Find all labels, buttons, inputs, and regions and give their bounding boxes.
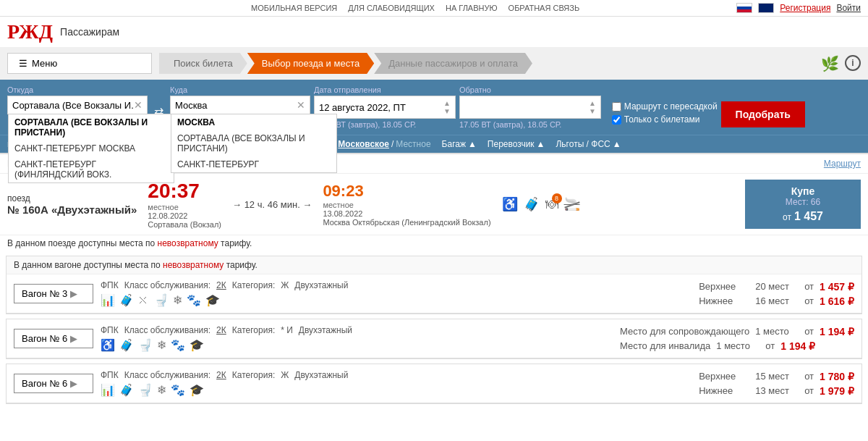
wagon-prices: Место для сопровождающего 1 место от 1 1… bbox=[620, 326, 854, 352]
transfer-checkbox[interactable] bbox=[612, 102, 621, 112]
kupe-box[interactable]: Купе Мест: 66 от 1 457 bbox=[745, 180, 861, 229]
date-down-icon[interactable]: ▼ bbox=[443, 107, 451, 115]
tickets-only-checkbox[interactable] bbox=[612, 115, 621, 125]
register-link[interactable]: Регистрация bbox=[780, 3, 830, 13]
wagon-feature-icon: 🐾 bbox=[187, 293, 201, 307]
wagon-details: ФПК Класс обслуживания: 2К Категория: * … bbox=[101, 325, 352, 352]
home-link[interactable]: НА ГЛАВНУЮ bbox=[446, 4, 498, 12]
wagon-carrier: ФПК bbox=[101, 325, 119, 335]
flag-ru-icon[interactable] bbox=[736, 3, 752, 13]
menu-button[interactable]: ☰ Меню bbox=[7, 53, 152, 74]
wagon-feature-icon: 🚽 bbox=[138, 383, 153, 397]
baggage-icon: 🧳 bbox=[524, 196, 540, 212]
to-field: Куда ✕ МОСКВА СОРТАВАЛА (ВСЕ ВОКЗАЛЫ И П… bbox=[170, 85, 310, 114]
kupe-from-label: от bbox=[783, 212, 791, 222]
wagon-expand-icon: ▶ bbox=[70, 333, 77, 344]
sort-baggage[interactable]: Багаж ▲ bbox=[442, 139, 477, 149]
price-row: Верхнее 20 мест от 1 457 ₽ bbox=[699, 281, 854, 293]
price-row: Верхнее 15 мест от 1 780 ₽ bbox=[699, 371, 854, 382]
option-transfer[interactable]: Маршрут с пересадкой bbox=[612, 101, 718, 112]
wagon-carrier: ФПК bbox=[101, 370, 119, 380]
wagon-type: Двухэтажный bbox=[294, 370, 348, 380]
wagon-button[interactable]: Вагон № 6 ▶ bbox=[14, 374, 93, 393]
price-from: от bbox=[804, 295, 814, 306]
wagon-label: Вагон № 6 bbox=[22, 333, 67, 344]
price-value: 1 780 ₽ bbox=[820, 371, 854, 382]
wagon-nonrefund-link[interactable]: невозвратному bbox=[163, 260, 224, 270]
wagon-details: ФПК Класс обслуживания: 2К Категория: Ж … bbox=[101, 280, 348, 307]
step-payment[interactable]: Данные пассажиров и оплата bbox=[374, 53, 532, 74]
depart-station: Сортавала (Вокзал) bbox=[148, 220, 221, 229]
wagon-meta: ФПК Класс обслуживания: 2К Категория: Ж … bbox=[101, 280, 348, 290]
suggest-item[interactable]: МОСКВА bbox=[171, 114, 336, 130]
top-nav: МОБИЛЬНАЯ ВЕРСИЯ ДЛЯ СЛАБОВИДЯЩИХ НА ГЛА… bbox=[0, 0, 868, 17]
to-input[interactable] bbox=[175, 100, 297, 111]
suggest-item[interactable]: САНКТ-ПЕТЕРБУРГ (ФИНЛЯНДСКИЙ ВОКЗ. bbox=[9, 156, 174, 182]
from-label: Откуда bbox=[7, 85, 148, 94]
price-label: Верхнее bbox=[699, 371, 749, 382]
from-field: Откуда ✕ СОРТАВАЛА (ВСЕ ВОКЗАЛЫ И ПРИСТА… bbox=[7, 85, 148, 114]
menu-label: Меню bbox=[32, 58, 57, 69]
wagon-class: 2К bbox=[216, 325, 226, 335]
login-link[interactable]: Войти bbox=[836, 3, 861, 13]
to-clear-icon[interactable]: ✕ bbox=[297, 99, 305, 111]
train-icons: ♿ 🧳 🍽 8 🚬 bbox=[502, 196, 580, 212]
wagon-cat: Ж bbox=[281, 370, 289, 380]
price-value: 1 457 ₽ bbox=[820, 281, 854, 293]
wagon-class-label: Класс обслуживания: bbox=[124, 370, 210, 380]
suggest-item[interactable]: САНКТ-ПЕТЕРБУРГ bbox=[171, 156, 336, 172]
info-icon[interactable]: i bbox=[845, 55, 861, 71]
sort-benefits[interactable]: Льготы / ФСС ▲ bbox=[556, 139, 621, 149]
sort-carrier[interactable]: Перевозчик ▲ bbox=[488, 139, 545, 149]
option-tickets-only[interactable]: Только с билетами bbox=[612, 114, 718, 125]
arrive-time: 09:23 bbox=[323, 182, 490, 201]
suggest-item[interactable]: СОРТАВАЛА (ВСЕ ВОКЗАЛЫ И ПРИСТАНИ) bbox=[9, 114, 174, 140]
nonrefund-link[interactable]: невозвратному bbox=[158, 238, 218, 248]
wagon-feature-icon: 🐾 bbox=[171, 338, 185, 352]
wagon-expand-icon: ▶ bbox=[70, 378, 77, 389]
accessibility-link[interactable]: ДЛЯ СЛАБОВИДЯЩИХ bbox=[348, 4, 435, 12]
mobile-link[interactable]: МОБИЛЬНАЯ ВЕРСИЯ bbox=[251, 4, 337, 12]
date-input[interactable] bbox=[319, 102, 441, 113]
suggest-item[interactable]: САНКТ-ПЕТЕРБУРГ МОСКВА bbox=[9, 140, 174, 156]
leaf-icon: 🌿 bbox=[821, 55, 839, 72]
wagon-carrier: ФПК bbox=[101, 280, 119, 290]
step-search[interactable]: Поиск билета bbox=[159, 53, 247, 74]
from-input[interactable] bbox=[12, 100, 134, 111]
flag-gb-icon[interactable] bbox=[758, 3, 774, 13]
return-input[interactable] bbox=[464, 102, 586, 113]
wagon-row: Вагон № 6 ▶ ФПК Класс обслуживания: 2К К… bbox=[7, 364, 861, 403]
wagon-button[interactable]: Вагон № 6 ▶ bbox=[14, 329, 93, 348]
header: РЖД Пассажирам bbox=[0, 17, 868, 47]
date-up-icon[interactable]: ▲ bbox=[443, 99, 451, 107]
time-moscow[interactable]: Московское bbox=[338, 139, 389, 149]
return-down-icon[interactable]: ▼ bbox=[589, 107, 596, 115]
nonrefund-notice: В данном поезде доступны места по невозв… bbox=[0, 235, 868, 251]
feedback-link[interactable]: ОБРАТНАЯ СВЯЗЬ bbox=[509, 4, 580, 12]
wagon-class-label: Класс обслуживания: bbox=[124, 325, 210, 335]
from-clear-icon[interactable]: ✕ bbox=[134, 99, 142, 111]
wagon-feature-icon: 📊 bbox=[101, 383, 115, 397]
price-label: Место для инвалида bbox=[620, 340, 710, 351]
train-number: № 160А «Двухэтажный» bbox=[7, 203, 137, 216]
step-select-train[interactable]: Выбор поезда и места bbox=[247, 53, 374, 74]
arrive-info: 09:23 местное 13.08.2022 Москва Октябрьс… bbox=[323, 182, 490, 227]
price-value: 1 616 ₽ bbox=[820, 295, 854, 307]
return-up-icon[interactable]: ▲ bbox=[589, 99, 596, 107]
wagon-details: ФПК Класс обслуживания: 2К Категория: Ж … bbox=[101, 370, 348, 397]
search-button[interactable]: Подобрать bbox=[721, 101, 805, 127]
suggest-item[interactable]: СОРТАВАЛА (ВСЕ ВОКЗАЛЫ И ПРИСТАНИ) bbox=[171, 130, 336, 156]
wagon-feature-icon: 🧳 bbox=[119, 338, 134, 352]
time-local[interactable]: Местное bbox=[396, 139, 430, 149]
route-link[interactable]: Маршрут bbox=[824, 159, 861, 169]
wagon-icons: ♿🧳🚽❄🐾🎓 bbox=[101, 338, 352, 352]
wagon-icons: 📊🧳🚽❄🐾🎓 bbox=[101, 383, 348, 397]
return-field: Обратно ▲ ▼ 17.05 ВТ (завтра), 18.05 СР. bbox=[459, 85, 601, 129]
wagon-cat-label: Категория: bbox=[232, 325, 275, 335]
wagon-feature-icon: 🧳 bbox=[119, 383, 134, 397]
price-seats: 15 мест bbox=[755, 371, 799, 382]
wagon-row: Вагон № 3 ▶ ФПК Класс обслуживания: 2К К… bbox=[7, 274, 861, 313]
wagon-button[interactable]: Вагон № 3 ▶ bbox=[14, 284, 93, 303]
wagon-feature-icon: 🧳 bbox=[119, 293, 134, 307]
arrive-date: 13.08.2022 bbox=[323, 209, 490, 218]
